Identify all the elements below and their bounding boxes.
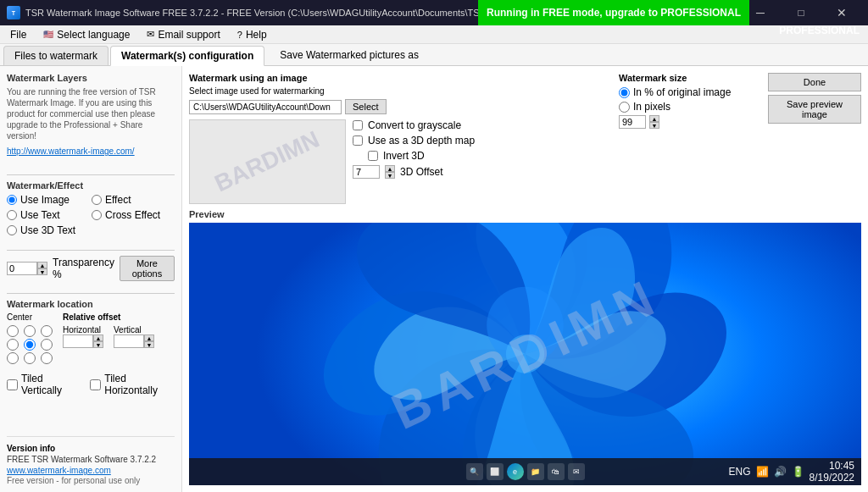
horizontal-spinner: 0 ▲ ▼ [63, 334, 103, 348]
horizontal-arrows: ▲ ▼ [93, 334, 103, 348]
depth-map-checkbox[interactable] [353, 135, 363, 146]
loc-br[interactable] [41, 352, 53, 364]
radio-cross-effect-input[interactable] [92, 210, 102, 220]
offset-arrows: ▲ ▼ [385, 165, 395, 179]
taskbar-tray: ENG 📶 🔊 🔋 10:45 8/19/2022 [729, 460, 854, 484]
close-button[interactable]: ✕ [822, 0, 861, 25]
preview-image-container: BARDIMN 🔍 ⬜ e 📁 🛍 ✉ [189, 223, 861, 485]
transparency-input[interactable]: 0 [7, 262, 37, 275]
vertical-offset-col: Vertical 0 ▲ ▼ [114, 325, 154, 348]
transparency-down[interactable]: ▼ [37, 268, 47, 275]
vertical-down[interactable]: ▼ [144, 341, 154, 348]
select-button[interactable]: Select [345, 99, 387, 114]
loc-tl[interactable] [7, 325, 19, 337]
horizontal-input[interactable]: 0 [63, 334, 93, 348]
taskbar-edge-icon: e [507, 463, 524, 480]
horizontal-label: Horizontal [63, 325, 101, 334]
tab-files[interactable]: Files to watermark [3, 46, 108, 65]
vertical-input[interactable]: 0 [114, 334, 144, 348]
watermark-link[interactable]: http://www.watermark-image.com/ [7, 146, 175, 156]
tiled-vertically-item: Tiled Vertically [7, 373, 80, 396]
size-up[interactable]: ▲ [649, 115, 659, 122]
invert-3d-option: Invert 3D [368, 150, 475, 162]
watermark-image-title: Watermark using an image [189, 73, 605, 83]
radio-use-3d-text: Use 3D Text [7, 224, 90, 236]
file-path-input[interactable] [189, 100, 342, 114]
offset-down[interactable]: ▼ [385, 172, 395, 179]
svg-point-2 [506, 334, 544, 373]
menu-file[interactable]: File [3, 27, 33, 42]
taskbar-taskview-icon: ⬜ [487, 463, 504, 480]
menu-email-support[interactable]: ✉ Email support [140, 27, 226, 42]
version-link[interactable]: www.watermark-image.com [7, 466, 111, 475]
tab-save[interactable]: Save Watermarked pictures as [270, 46, 429, 64]
loc-tr[interactable] [41, 325, 53, 337]
upgrade-banner-real[interactable]: Running in FREE mode, upgrade to PROFESS… [478, 0, 749, 25]
loc-mr[interactable] [41, 339, 53, 351]
preview-area: Preview [189, 209, 861, 485]
radio-effect: Effect [92, 194, 175, 206]
window-controls: ─ □ ✕ [741, 0, 861, 25]
horizontal-up[interactable]: ▲ [93, 334, 103, 341]
vertical-spinner: 0 ▲ ▼ [114, 334, 154, 348]
tray-lang: ENG [729, 466, 751, 478]
version-section: Version info FREE TSR Watermark Software… [7, 436, 175, 485]
transparency-arrows: ▲ ▼ [37, 262, 47, 275]
loc-ml[interactable] [7, 339, 19, 351]
tray-battery-icon: 🔋 [792, 466, 804, 478]
done-button[interactable]: Done [768, 73, 861, 91]
taskbar-icons: 🔍 ⬜ e 📁 🛍 ✉ [466, 463, 585, 480]
size-px-radio[interactable] [619, 102, 630, 113]
taskbar-right: ENG 📶 🔊 🔋 10:45 8/19/2022 [585, 460, 855, 484]
menu-help[interactable]: ? Help [231, 27, 274, 42]
vertical-arrows: ▲ ▼ [144, 334, 154, 348]
file-row: Select [189, 99, 605, 114]
divider-2 [7, 250, 175, 251]
size-value-input[interactable] [619, 115, 646, 129]
vertical-up[interactable]: ▲ [144, 334, 154, 341]
radio-use-3d-text-input[interactable] [7, 225, 17, 235]
size-down[interactable]: ▼ [649, 122, 659, 129]
save-preview-button[interactable]: Save preview image [768, 95, 861, 124]
tab-config[interactable]: Watermark(s) configuration [110, 46, 264, 66]
preview-label: Preview [189, 209, 861, 219]
horizontal-down[interactable]: ▼ [93, 341, 103, 348]
watermark-info-text: You are running the free version of TSR … [7, 86, 175, 141]
transparency-row: 0 ▲ ▼ Transparency % More options [7, 256, 175, 281]
radio-use-image-input[interactable] [7, 195, 17, 205]
tray-wifi-icon: 📶 [756, 466, 769, 478]
transparency-up[interactable]: ▲ [37, 262, 47, 268]
offset-row: Horizontal 0 ▲ ▼ Vertical [63, 325, 154, 348]
taskbar-store-icon: 🛍 [548, 463, 565, 480]
more-options-button[interactable]: More options [120, 256, 175, 281]
transparency-section: 0 ▲ ▼ Transparency % More options [7, 256, 175, 288]
radio-effect-input[interactable] [92, 195, 102, 205]
offset-input[interactable] [353, 165, 380, 179]
radio-use-image: Use Image [7, 194, 90, 206]
horizontal-offset-col: Horizontal 0 ▲ ▼ [63, 325, 103, 348]
minimize-button[interactable]: ─ [741, 0, 780, 25]
loc-mc[interactable] [24, 339, 36, 351]
left-panel: Watermark Layers You are running the fre… [0, 66, 182, 492]
offset-up[interactable]: ▲ [385, 165, 395, 172]
location-title: Watermark location [7, 299, 175, 309]
maximize-button[interactable]: □ [782, 0, 821, 25]
relative-offset-label: Relative offset [63, 312, 154, 322]
center-label: Center [7, 312, 56, 322]
tiled-vertically-checkbox[interactable] [7, 379, 18, 390]
tabs: Files to watermark Watermark(s) configur… [0, 44, 868, 66]
watermark-size-section: Watermark size In % of original image In… [619, 73, 754, 204]
size-pct-radio[interactable] [619, 87, 630, 98]
grayscale-checkbox[interactable] [353, 120, 363, 130]
wm-preview-text: BARDIMN [211, 126, 324, 198]
watermark-image-config: Watermark using an image Select image us… [189, 73, 605, 204]
menu-select-language[interactable]: 🇺🇸 Select language [36, 27, 136, 42]
tiled-horizontally-checkbox[interactable] [90, 379, 101, 390]
loc-bc[interactable] [24, 352, 36, 364]
loc-tc[interactable] [24, 325, 36, 337]
tray-volume-icon: 🔊 [774, 466, 787, 478]
version-name: FREE TSR Watermark Software 3.7.2.2 [7, 455, 175, 464]
loc-bl[interactable] [7, 352, 19, 364]
radio-use-text-input[interactable] [7, 210, 17, 220]
invert-3d-checkbox[interactable] [368, 151, 378, 161]
